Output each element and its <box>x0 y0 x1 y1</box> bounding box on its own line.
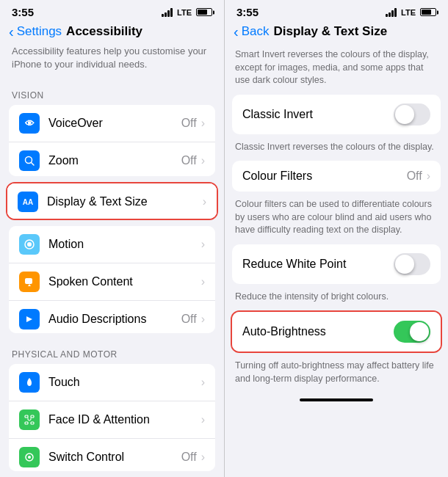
display-text-size-label: Display & Text Size <box>47 195 203 208</box>
page-title-left: Accessibility <box>66 24 142 39</box>
svg-rect-4 <box>25 278 32 284</box>
switch-control-value: Off <box>181 451 197 464</box>
status-icons-left: LTE <box>162 8 212 17</box>
voiceover-value: Off <box>181 117 197 130</box>
vision-group-1: 👁 VoiceOver Off › Zoom Off › <box>9 105 215 176</box>
zoom-value: Off <box>181 154 197 167</box>
svg-point-12 <box>30 418 32 419</box>
back-chevron-icon-right: ‹ <box>234 24 239 39</box>
back-label-left: Settings <box>17 24 62 39</box>
page-title-right: Display & Text Size <box>273 24 387 39</box>
audio-descriptions-chevron: › <box>201 313 205 326</box>
left-panel: 3:55 LTE ‹ Settings Accessibility Access… <box>0 0 224 477</box>
colour-filters-group: Colour Filters Off › <box>232 161 441 192</box>
reduce-white-point-desc: Reduce the intensity of bright colours. <box>225 287 448 311</box>
switch-control-label: Switch Control <box>48 451 181 464</box>
zoom-item[interactable]: Zoom Off › <box>9 142 215 176</box>
svg-rect-10 <box>31 422 34 424</box>
spoken-content-icon <box>19 272 40 292</box>
right-panel: 3:55 LTE ‹ Back Display & Text Size Smar… <box>224 0 448 477</box>
reduce-white-point-toggle[interactable] <box>394 253 430 275</box>
touch-icon <box>19 372 40 393</box>
motion-chevron: › <box>201 238 205 251</box>
audio-descriptions-label: Audio Descriptions <box>48 313 181 326</box>
accessibility-description: Accessibility features help you customis… <box>0 45 224 80</box>
motion-icon <box>19 234 40 255</box>
vision-section-header: VISION <box>0 80 224 105</box>
display-group: AA Display & Text Size › <box>7 183 217 220</box>
spoken-content-label: Spoken Content <box>48 275 201 288</box>
vision-group-2: Motion › Spoken Content › Audio Descript… <box>9 226 215 333</box>
audio-descriptions-icon <box>19 309 40 329</box>
classic-invert-row[interactable]: Classic Invert <box>232 95 441 134</box>
back-chevron-icon: ‹ <box>9 24 14 39</box>
zoom-chevron: › <box>201 154 205 167</box>
voiceover-label: VoiceOver <box>48 117 181 130</box>
face-id-chevron: › <box>201 413 205 426</box>
switch-control-item[interactable]: Switch Control Off › <box>9 439 215 471</box>
svg-point-14 <box>28 456 31 459</box>
classic-invert-label: Classic Invert <box>242 108 394 121</box>
nav-bar-left: ‹ Settings Accessibility <box>0 21 224 45</box>
svg-point-11 <box>27 418 29 419</box>
voiceover-item[interactable]: 👁 VoiceOver Off › <box>9 105 215 142</box>
back-button-right[interactable]: ‹ Back <box>234 24 269 39</box>
classic-invert-desc: Classic Invert reverses the colours of t… <box>225 137 448 161</box>
svg-rect-7 <box>25 415 28 418</box>
battery-icon-left <box>196 8 212 16</box>
signal-icon <box>162 8 173 17</box>
spoken-content-item[interactable]: Spoken Content › <box>9 263 215 301</box>
auto-brightness-toggle[interactable] <box>394 321 430 343</box>
colour-filters-value: Off <box>407 170 422 183</box>
back-label-right: Back <box>242 24 270 39</box>
voiceover-chevron: › <box>201 117 205 130</box>
reduce-white-point-label: Reduce White Point <box>242 258 394 271</box>
svg-point-2 <box>27 242 32 247</box>
lte-label-right: LTE <box>401 8 416 17</box>
display-chevron: › <box>203 195 206 208</box>
face-id-attention-item[interactable]: Face ID & Attention › <box>9 401 215 439</box>
svg-rect-8 <box>31 415 34 418</box>
classic-invert-toggle[interactable] <box>394 103 430 125</box>
status-icons-right: LTE <box>386 8 436 17</box>
physical-group: Touch › Face ID & Attention › <box>9 364 215 471</box>
face-id-icon <box>19 409 40 430</box>
audio-descriptions-value: Off <box>181 313 197 326</box>
svg-marker-6 <box>26 316 32 322</box>
home-indicator <box>300 398 373 401</box>
settings-back-button[interactable]: ‹ Settings <box>9 24 62 39</box>
status-bar-right: 3:55 LTE <box>225 0 448 21</box>
reduce-white-point-group: Reduce White Point <box>232 244 441 284</box>
face-id-label: Face ID & Attention <box>48 413 201 426</box>
colour-filters-desc: Colour filters can be used to differenti… <box>225 194 448 244</box>
display-text-size-item[interactable]: AA Display & Text Size › <box>7 183 217 220</box>
voiceover-icon: 👁 <box>19 113 40 134</box>
signal-icon-right <box>386 8 397 17</box>
time-right: 3:55 <box>236 6 259 18</box>
audio-descriptions-item[interactable]: Audio Descriptions Off › <box>9 301 215 333</box>
status-bar-left: 3:55 LTE <box>0 0 224 21</box>
touch-item[interactable]: Touch › <box>9 364 215 401</box>
lte-label-left: LTE <box>177 8 192 17</box>
touch-label: Touch <box>48 376 201 389</box>
colour-filters-label: Colour Filters <box>242 170 407 183</box>
display-icon: AA <box>18 192 38 212</box>
classic-invert-group: Classic Invert <box>232 95 441 134</box>
zoom-icon <box>19 150 40 171</box>
colour-filters-chevron: › <box>427 170 430 183</box>
touch-chevron: › <box>201 376 205 389</box>
reduce-white-point-row[interactable]: Reduce White Point <box>232 244 441 284</box>
smart-invert-desc: Smart Invert reverses the colours of the… <box>225 45 448 95</box>
motion-label: Motion <box>48 238 201 251</box>
spoken-content-chevron: › <box>201 275 205 288</box>
auto-brightness-row[interactable]: Auto-Brightness <box>232 312 441 352</box>
display-text-size-highlight: AA Display & Text Size › <box>6 182 218 220</box>
switch-control-icon <box>19 447 40 467</box>
colour-filters-row[interactable]: Colour Filters Off › <box>232 161 441 192</box>
physical-motor-section-header: PHYSICAL AND MOTOR <box>0 339 224 364</box>
svg-rect-9 <box>25 422 28 424</box>
motion-item[interactable]: Motion › <box>9 226 215 263</box>
svg-line-1 <box>32 163 35 166</box>
auto-brightness-label: Auto-Brightness <box>242 325 394 338</box>
auto-brightness-highlight: Auto-Brightness <box>231 310 442 353</box>
